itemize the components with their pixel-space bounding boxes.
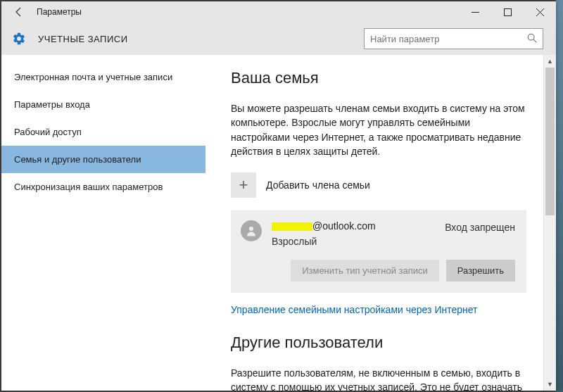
plus-icon: + xyxy=(231,172,256,198)
scroll-thumb[interactable] xyxy=(545,68,555,215)
sidebar-item-signin-options[interactable]: Параметры входа xyxy=(1,91,205,118)
section-family-desc: Вы можете разрешать членам семьи входить… xyxy=(231,101,526,158)
window-title: Параметры xyxy=(37,7,82,17)
scroll-down-arrow-icon[interactable]: ▼ xyxy=(544,378,556,391)
change-account-type-button[interactable]: Изменить тип учетной записи xyxy=(291,260,439,282)
titlebar: Параметры xyxy=(1,1,556,23)
desktop-background-edge xyxy=(556,0,563,392)
maximize-button[interactable] xyxy=(491,1,524,23)
sidebar-item-work-access[interactable]: Рабочий доступ xyxy=(1,118,205,146)
minimize-button[interactable] xyxy=(459,1,491,23)
gear-icon xyxy=(11,31,27,46)
family-member-card[interactable]: @outlook.com Взрослый Вход запрещен Изме… xyxy=(231,210,526,293)
page-heading: УЧЕТНЫЕ ЗАПИСИ xyxy=(38,34,364,44)
scroll-up-arrow-icon[interactable]: ▲ xyxy=(544,55,556,68)
settings-window: Параметры УЧЕТНЫЕ ЗАПИСИ Электронная поч… xyxy=(1,1,556,391)
section-family-title: Ваша семья xyxy=(231,69,539,87)
member-role: Взрослый xyxy=(272,236,439,247)
vertical-scrollbar[interactable]: ▲ ▼ xyxy=(543,55,556,391)
member-status: Вход запрещен xyxy=(439,220,515,233)
member-email: @outlook.com xyxy=(272,220,439,232)
svg-point-6 xyxy=(249,227,253,231)
search-input[interactable] xyxy=(370,34,527,44)
sidebar-item-family-users[interactable]: Семья и другие пользователи xyxy=(1,146,205,173)
back-button[interactable] xyxy=(11,4,27,20)
sidebar: Электронная почта и учетные записи Парам… xyxy=(1,55,205,391)
redacted-text xyxy=(272,222,312,231)
avatar-icon xyxy=(241,220,262,241)
svg-rect-1 xyxy=(504,8,511,15)
sidebar-item-label: Электронная почта и учетные записи xyxy=(14,72,172,82)
body: Электронная почта и учетные записи Парам… xyxy=(1,55,556,391)
add-family-member-row[interactable]: + Добавить члена семьи xyxy=(231,172,539,198)
search-icon xyxy=(527,33,537,45)
sidebar-item-sync-settings[interactable]: Синхронизация ваших параметров xyxy=(1,173,205,201)
sidebar-item-label: Параметры входа xyxy=(14,99,90,110)
section-other-users-title: Другие пользователи xyxy=(231,334,539,352)
sidebar-item-email-accounts[interactable]: Электронная почта и учетные записи xyxy=(1,63,205,91)
header-row: УЧЕТНЫЕ ЗАПИСИ xyxy=(1,23,556,55)
svg-line-5 xyxy=(533,39,536,42)
add-family-member-label: Добавить члена семьи xyxy=(266,179,370,191)
sidebar-item-label: Семья и другие пользователи xyxy=(14,154,141,165)
content-pane: Ваша семья Вы можете разрешать членам се… xyxy=(205,55,556,391)
search-box[interactable] xyxy=(364,28,543,49)
svg-point-4 xyxy=(528,34,534,40)
close-button[interactable] xyxy=(524,1,556,23)
sidebar-item-label: Синхронизация ваших параметров xyxy=(14,182,163,192)
sidebar-item-label: Рабочий доступ xyxy=(14,127,82,137)
manage-family-link[interactable]: Управление семейными настройками через И… xyxy=(231,304,477,315)
section-other-users-desc: Разрешите пользователям, не включенным в… xyxy=(231,366,526,391)
allow-button[interactable]: Разрешить xyxy=(446,260,515,282)
